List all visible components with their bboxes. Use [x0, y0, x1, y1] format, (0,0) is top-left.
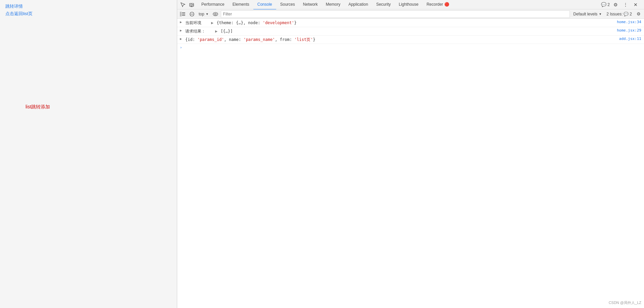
filter-input[interactable] — [221, 10, 570, 18]
console-entry-1: ▶ 当前环境 ▶ {theme: {…}, node: 'development… — [177, 19, 644, 27]
clear-console-icon[interactable] — [188, 10, 196, 18]
devtools-panel: Performance Elements Console Sources Net… — [177, 0, 644, 308]
object-expand-2[interactable]: ▶ — [215, 28, 217, 34]
svg-rect-4 — [180, 12, 182, 16]
default-levels-selector[interactable]: Default levels ▼ — [571, 11, 604, 17]
inspect-icon[interactable] — [179, 0, 187, 9]
console-prompt-row: › — [177, 44, 644, 51]
center-text: list跳转添加 — [26, 104, 171, 110]
tab-lighthouse[interactable]: Lighthouse — [395, 0, 423, 10]
watermark: CSDN @局外人_LZ — [609, 300, 641, 305]
svg-rect-3 — [192, 4, 193, 5]
default-levels-arrow: ▼ — [599, 12, 602, 16]
context-selector[interactable]: top ▼ — [197, 11, 210, 17]
close-devtools-icon[interactable]: ✕ — [631, 0, 640, 9]
svg-rect-5 — [182, 12, 185, 13]
tab-elements[interactable]: Elements — [229, 0, 253, 10]
tab-sources[interactable]: Sources — [276, 0, 299, 10]
console-entry-2: ▶ 请求结果： ▶ [{…}] home.jsx:29 — [177, 27, 644, 36]
expand-icon-1[interactable]: ▶ — [180, 20, 185, 24]
issues-count: 2 — [630, 12, 632, 16]
issues-text: 2 Issues: — [606, 12, 623, 16]
settings-icon[interactable]: ⚙ — [611, 0, 620, 9]
svg-rect-7 — [182, 15, 185, 16]
issues-badge-top: 💬 2 — [601, 2, 610, 7]
console-content-1: 当前环境 ▶ {theme: {…}, node: 'development'} — [185, 20, 614, 26]
issues-count-top: 2 — [607, 2, 610, 7]
context-dropdown-icon: ▼ — [206, 12, 209, 16]
issues-badge-console: 2 Issues: 💬 2 — [605, 12, 633, 16]
svg-rect-6 — [182, 14, 185, 14]
eye-icon[interactable] — [211, 10, 219, 18]
console-entry-3: ▶ {id: 'params_id', name: 'params_name',… — [177, 36, 644, 44]
console-content-3: {id: 'params_id', name: 'params_name', f… — [185, 37, 616, 43]
console-output: ▶ 当前环境 ▶ {theme: {…}, node: 'development… — [177, 19, 644, 308]
prompt-arrow: › — [180, 45, 182, 50]
tab-recorder[interactable]: Recorder 🔴 — [423, 0, 453, 10]
tab-security[interactable]: Security — [372, 0, 395, 10]
console-sidebar-icon[interactable] — [179, 10, 187, 18]
context-label: top — [199, 12, 204, 16]
tab-network[interactable]: Network — [299, 0, 322, 10]
console-toolbar: top ▼ Default levels ▼ 2 Issues: 💬 2 ⚙ — [177, 9, 644, 19]
source-link-1[interactable]: home.jsx:34 — [614, 20, 641, 24]
svg-rect-2 — [191, 4, 192, 6]
device-toggle-icon[interactable] — [187, 0, 196, 9]
source-link-2[interactable]: home.jsx:29 — [614, 28, 641, 33]
console-settings-icon[interactable]: ⚙ — [635, 10, 643, 18]
tab-application[interactable]: Application — [344, 0, 372, 10]
expand-icon-2[interactable]: ▶ — [180, 29, 185, 32]
source-link-3[interactable]: add.jsx:11 — [616, 37, 641, 41]
svg-point-10 — [213, 12, 218, 16]
link-back-list[interactable]: 点击返回list页 — [5, 11, 171, 17]
expand-icon-3[interactable]: ▶ — [180, 37, 185, 41]
tab-memory[interactable]: Memory — [322, 0, 344, 10]
tab-performance[interactable]: Performance — [197, 0, 229, 10]
more-options-icon[interactable]: ⋮ — [621, 0, 630, 9]
devtools-top-toolbar: Performance Elements Console Sources Net… — [177, 0, 644, 9]
tab-right-area: 💬 2 ⚙ ⋮ ✕ — [601, 0, 643, 9]
default-levels-label: Default levels — [573, 12, 597, 16]
page-area: 跳转详情 点击返回list页 list跳转添加 — [0, 0, 177, 308]
svg-rect-1 — [191, 6, 193, 7]
svg-point-11 — [214, 13, 216, 15]
link-detail[interactable]: 跳转详情 — [5, 3, 171, 9]
object-expand-1[interactable]: ▶ — [211, 20, 213, 26]
tab-console[interactable]: Console — [253, 0, 276, 10]
console-content-2: 请求结果： ▶ [{…}] — [185, 28, 614, 34]
